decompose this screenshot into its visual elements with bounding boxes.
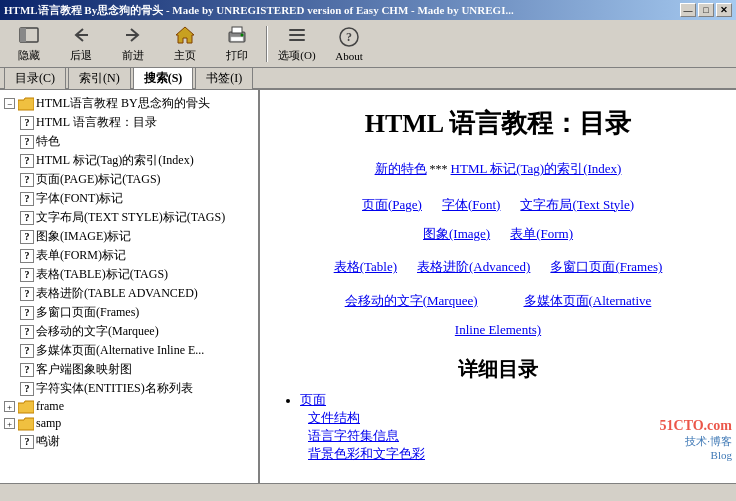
minimize-button[interactable]: — — [680, 3, 696, 17]
back-button[interactable]: 后退 — [56, 23, 106, 65]
svg-rect-10 — [289, 34, 305, 36]
link-font[interactable]: 字体(Font) — [442, 193, 501, 216]
list-item[interactable]: ? 会移动的文字(Marquee) — [0, 322, 258, 341]
tree-root[interactable]: − HTML语言教程 BY思念狗的骨头 — [0, 94, 258, 113]
expand-samp[interactable]: + — [4, 418, 15, 429]
tree-label: 文字布局(TEXT STYLE)标记(TAGS) — [36, 209, 225, 226]
tree-label: 会移动的文字(Marquee) — [36, 323, 159, 340]
hide-icon — [17, 24, 41, 46]
svg-marker-4 — [176, 27, 194, 43]
list-item[interactable]: ? 页面(PAGE)标记(TAGS) — [0, 170, 258, 189]
link-inline-elements[interactable]: 多媒体页面(Alternative — [524, 289, 652, 312]
doc-icon: ? — [20, 154, 34, 168]
links-row-4: 会移动的文字(Marquee) 多媒体页面(Alternative — [280, 289, 716, 312]
hide-label: 隐藏 — [18, 48, 40, 63]
tree-label: 多窗口页面(Frames) — [36, 304, 139, 321]
list-item[interactable]: ? HTML 语言教程：目录 — [0, 113, 258, 132]
sidebar: − HTML语言教程 BY思念狗的骨头 ? HTML 语言教程：目录 ? 特色 … — [0, 90, 260, 483]
watermark-mid: 技术·博客 — [660, 434, 732, 449]
link-page[interactable]: 页面(Page) — [362, 193, 422, 216]
list-item[interactable]: ? 字体(FONT)标记 — [0, 189, 258, 208]
close-button[interactable]: ✕ — [716, 3, 732, 17]
hide-button[interactable]: 隐藏 — [4, 23, 54, 65]
link-tag-index[interactable]: HTML 标记(Tag)的索引(Index) — [451, 161, 622, 176]
links-row-3: 表格(Table) 表格进阶(Advanced) 多窗口页面(Frames) — [280, 255, 716, 278]
tree-label: HTML 标记(Tag)的索引(Index) — [36, 152, 194, 169]
forward-button[interactable]: 前进 — [108, 23, 158, 65]
folder-icon-root — [18, 97, 34, 111]
link-file-structure[interactable]: 文件结构 — [308, 410, 360, 425]
link-form[interactable]: 表单(Form) — [510, 222, 573, 245]
print-label: 打印 — [226, 48, 248, 63]
about-button[interactable]: ? About — [324, 23, 374, 65]
detail-title: 详细目录 — [280, 356, 716, 383]
detail-sub-indent: 文件结构 语言字符集信息 背景色彩和文字色彩 — [300, 409, 716, 463]
doc-icon: ? — [20, 135, 34, 149]
list-item[interactable]: ? 多窗口页面(Frames) — [0, 303, 258, 322]
list-item[interactable]: ? 鸣谢 — [0, 432, 258, 451]
list-item[interactable]: ? 图象(IMAGE)标记 — [0, 227, 258, 246]
doc-icon: ? — [20, 287, 34, 301]
tree-frame[interactable]: + frame — [0, 398, 258, 415]
link-textstyle[interactable]: 文字布局(Text Style) — [520, 193, 634, 216]
section-marquee-links: 会移动的文字(Marquee) 多媒体页面(Alternative Inline… — [280, 289, 716, 342]
link-detail-page[interactable]: 页面 — [300, 392, 326, 407]
folder-icon-samp — [18, 417, 34, 431]
home-icon — [173, 24, 197, 46]
svg-rect-9 — [289, 29, 305, 31]
section-main-links: 页面(Page) 字体(Font) 文字布局(Text Style) 图象(Im… — [280, 193, 716, 246]
content-area: HTML 语言教程：目录 新的特色 *** HTML 标记(Tag)的索引(In… — [260, 90, 736, 483]
tree-samp[interactable]: + samp — [0, 415, 258, 432]
tree-root-label: HTML语言教程 BY思念狗的骨头 — [36, 95, 210, 112]
list-item[interactable]: ? 表格(TABLE)标记(TAGS) — [0, 265, 258, 284]
list-item[interactable]: ? 表格进阶(TABLE ADVANCED) — [0, 284, 258, 303]
link-table[interactable]: 表格(Table) — [334, 255, 397, 278]
tree-label: HTML 语言教程：目录 — [36, 114, 157, 131]
back-label: 后退 — [70, 48, 92, 63]
tab-toc[interactable]: 目录(C) — [4, 67, 66, 89]
list-item[interactable]: ? 字符实体(ENTITIES)名称列表 — [0, 379, 258, 398]
options-button[interactable]: 选项(O) — [272, 23, 322, 65]
tab-bar: 目录(C) 索引(N) 搜索(S) 书签(I) — [0, 68, 736, 90]
doc-icon: ? — [20, 382, 34, 396]
tab-search[interactable]: 搜索(S) — [133, 67, 194, 89]
watermark: 51CTO.com 技术·博客 Blog — [660, 418, 732, 461]
link-inline-elements-cont[interactable]: Inline Elements) — [455, 318, 541, 341]
folder-icon-frame — [18, 400, 34, 414]
statusbar — [0, 483, 736, 501]
link-image[interactable]: 图象(Image) — [423, 222, 490, 245]
list-item[interactable]: ? 文字布局(TEXT STYLE)标记(TAGS) — [0, 208, 258, 227]
forward-label: 前进 — [122, 48, 144, 63]
tree-label: 页面(PAGE)标记(TAGS) — [36, 171, 161, 188]
link-frames[interactable]: 多窗口页面(Frames) — [550, 255, 662, 278]
home-button[interactable]: 主页 — [160, 23, 210, 65]
link-marquee[interactable]: 会移动的文字(Marquee) — [345, 289, 478, 312]
svg-rect-7 — [231, 37, 243, 41]
tree-label: 客户端图象映射图 — [36, 361, 132, 378]
doc-icon: ? — [20, 325, 34, 339]
list-item[interactable]: ? 表单(FORM)标记 — [0, 246, 258, 265]
section-table-links: 表格(Table) 表格进阶(Advanced) 多窗口页面(Frames) — [280, 255, 716, 278]
list-item[interactable]: ? 客户端图象映射图 — [0, 360, 258, 379]
link-bgcolor[interactable]: 背景色彩和文字色彩 — [308, 446, 425, 461]
link-new-features[interactable]: 新的特色 — [375, 161, 427, 176]
print-button[interactable]: 打印 — [212, 23, 262, 65]
list-item[interactable]: ? 特色 — [0, 132, 258, 151]
link-table-advanced[interactable]: 表格进阶(Advanced) — [417, 255, 530, 278]
forward-icon — [121, 24, 145, 46]
maximize-button[interactable]: □ — [698, 3, 714, 17]
doc-icon: ? — [20, 116, 34, 130]
links-row-4b: Inline Elements) — [280, 318, 716, 341]
expand-frame[interactable]: + — [4, 401, 15, 412]
home-label: 主页 — [174, 48, 196, 63]
expand-root[interactable]: − — [4, 98, 15, 109]
tab-index[interactable]: 索引(N) — [68, 67, 131, 89]
list-item[interactable]: ? 多媒体页面(Alternative Inline E... — [0, 341, 258, 360]
tree-label: 表格(TABLE)标记(TAGS) — [36, 266, 168, 283]
about-label: About — [335, 50, 363, 62]
link-charset-info[interactable]: 语言字符集信息 — [308, 428, 399, 443]
separator-text: *** — [430, 162, 451, 176]
title-bar: HTML语言教程 By思念狗的骨头 - Made by UNREGISTERED… — [0, 0, 736, 20]
list-item[interactable]: ? HTML 标记(Tag)的索引(Index) — [0, 151, 258, 170]
tab-bookmarks[interactable]: 书签(I) — [195, 67, 253, 89]
